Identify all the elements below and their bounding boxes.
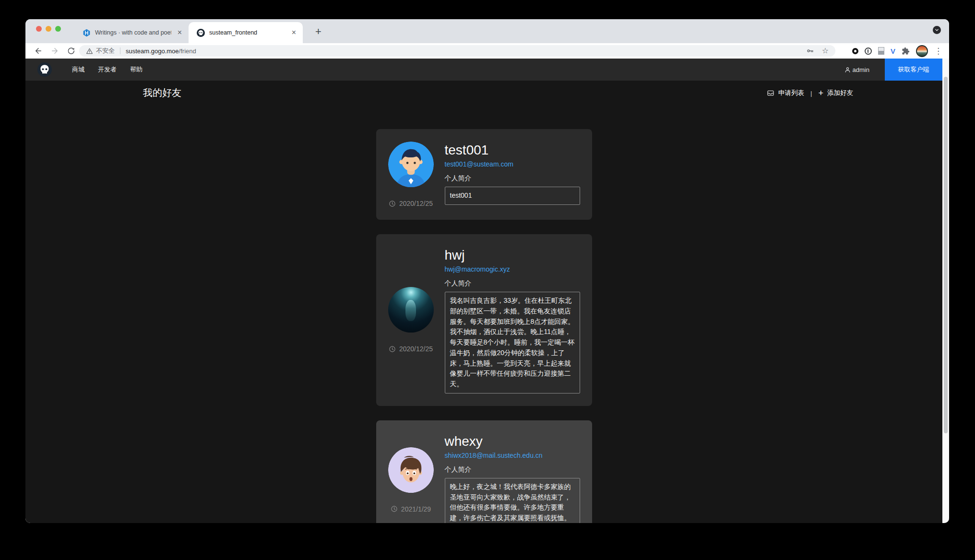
friend-avatar	[388, 447, 434, 493]
bio-box[interactable]: 我名叫吉良吉影，33岁。住在杜王町东北部的别墅区一带，未婚。我在龟友连锁店服务。…	[445, 292, 580, 393]
tab-title: Writings · with code and poetry	[95, 29, 171, 36]
friend-avatar	[388, 287, 434, 333]
password-key-icon[interactable]	[807, 47, 814, 55]
person-icon	[844, 66, 851, 73]
friend-date: 2020/12/25	[399, 200, 433, 207]
address-bar[interactable]: 不安全 susteam.gogo.moe/friend ☆	[79, 45, 835, 57]
page-title: 我的好友	[143, 86, 181, 99]
request-list-label: 申请列表	[778, 89, 804, 97]
username: admin	[853, 66, 869, 73]
tab-search-button[interactable]	[933, 26, 941, 34]
friends-page: 我的好友 申请列表 | + 添加好友	[25, 81, 942, 523]
security-warning-icon[interactable]	[86, 48, 93, 55]
friend-since: 2020/12/25	[389, 200, 433, 207]
friend-email-link[interactable]: shiwx2018@mail.sustech.edu.cn	[445, 452, 580, 459]
clock-icon	[389, 346, 396, 353]
user-menu[interactable]: admin	[844, 66, 869, 73]
bio-label: 个人简介	[445, 279, 580, 288]
forward-button[interactable]	[50, 47, 59, 55]
url-path: /friend	[179, 48, 196, 55]
nav-link-store[interactable]: 商城	[72, 65, 84, 74]
tab-susteam-frontend[interactable]: susteam_frontend ×	[189, 22, 303, 43]
info-extension-icon[interactable]	[865, 48, 872, 55]
friend-name: whexy	[445, 433, 580, 450]
toolbar-extensions: V ⋮	[852, 43, 942, 59]
zoom-window-button[interactable]	[55, 26, 61, 32]
site-navbar: 商城 开发者 帮助 admin 获取客户端	[25, 59, 942, 81]
tab-writings[interactable]: Writings · with code and poetry ×	[74, 22, 189, 43]
scrollbar-thumb[interactable]	[944, 77, 948, 433]
close-tab-icon[interactable]: ×	[176, 29, 184, 36]
friend-card-test001[interactable]: 2020/12/25 test001 test001@susteam.com 个…	[376, 129, 592, 220]
nav-link-developer[interactable]: 开发者	[98, 65, 117, 74]
chevron-down-icon	[934, 27, 939, 33]
traffic-lights	[36, 26, 61, 32]
susteam-favicon-icon	[197, 29, 205, 37]
friend-name: test001	[445, 142, 580, 159]
browser-toolbar: 不安全 susteam.gogo.moe/friend ☆ V ⋮	[25, 43, 949, 59]
friend-date: 2020/12/25	[399, 345, 433, 353]
back-button[interactable]	[34, 47, 43, 55]
hexo-favicon-icon	[83, 29, 91, 37]
plus-icon: +	[818, 89, 823, 97]
reader-extension-icon[interactable]	[878, 47, 884, 55]
friend-card-whexy[interactable]: 2021/1/29 whexy shiwx2018@mail.sustech.e…	[376, 420, 592, 523]
address-divider	[120, 48, 120, 54]
url-host: susteam.gogo.moe	[126, 48, 179, 55]
friend-name: hwj	[445, 247, 580, 264]
extensions-puzzle-icon[interactable]	[902, 47, 910, 55]
susteam-logo-icon[interactable]	[37, 62, 52, 77]
webpage-viewport: 商城 开发者 帮助 admin 获取客户端 我的好友	[25, 59, 949, 523]
security-label[interactable]: 不安全	[96, 47, 115, 55]
browser-profile-avatar[interactable]	[916, 45, 928, 57]
friend-date: 2021/1/29	[401, 505, 431, 513]
close-window-button[interactable]	[36, 26, 42, 32]
tab-strip: Writings · with code and poetry × sustea…	[25, 19, 949, 43]
browser-menu-icon[interactable]: ⋮	[934, 47, 942, 55]
friend-card-hwj[interactable]: 2020/12/25 hwj hwj@macromogic.xyz 个人简介 我…	[376, 234, 592, 406]
minimize-window-button[interactable]	[46, 26, 51, 32]
bio-label: 个人简介	[445, 465, 580, 474]
browser-window: Writings · with code and poetry × sustea…	[25, 19, 949, 523]
get-client-button[interactable]: 获取客户端	[885, 59, 942, 81]
bio-label: 个人简介	[445, 174, 580, 183]
request-list-button[interactable]: 申请列表	[767, 89, 804, 97]
inbox-icon	[767, 89, 774, 97]
clock-icon	[391, 505, 398, 512]
friend-list: 2020/12/25 test001 test001@susteam.com 个…	[376, 129, 592, 523]
close-tab-icon[interactable]: ×	[290, 29, 298, 36]
bio-box[interactable]: test001	[445, 187, 580, 205]
vimium-extension-icon[interactable]: V	[891, 47, 895, 55]
friend-since: 2021/1/29	[391, 505, 431, 513]
bio-box[interactable]: 晚上好，夜之城！我代表阿德卡多家族的圣地亚哥向大家致歉，战争虽然结束了，但他还有…	[445, 478, 580, 523]
reload-button[interactable]	[67, 47, 75, 55]
friend-email-link[interactable]: hwj@macromogic.xyz	[445, 265, 580, 273]
add-friend-label: 添加好友	[827, 89, 853, 97]
nav-link-help[interactable]: 帮助	[130, 65, 143, 74]
new-tab-button[interactable]: +	[313, 24, 323, 39]
clock-icon	[389, 200, 396, 207]
actions-divider: |	[810, 90, 812, 97]
adblock-extension-icon[interactable]	[852, 48, 858, 54]
bookmark-star-icon[interactable]: ☆	[822, 47, 829, 55]
friend-since: 2020/12/25	[389, 345, 433, 353]
page-scrollbar[interactable]	[942, 59, 949, 523]
tab-title: susteam_frontend	[209, 29, 285, 36]
friend-avatar	[388, 142, 434, 187]
add-friend-button[interactable]: + 添加好友	[818, 89, 853, 97]
friend-email-link[interactable]: test001@susteam.com	[445, 160, 580, 168]
